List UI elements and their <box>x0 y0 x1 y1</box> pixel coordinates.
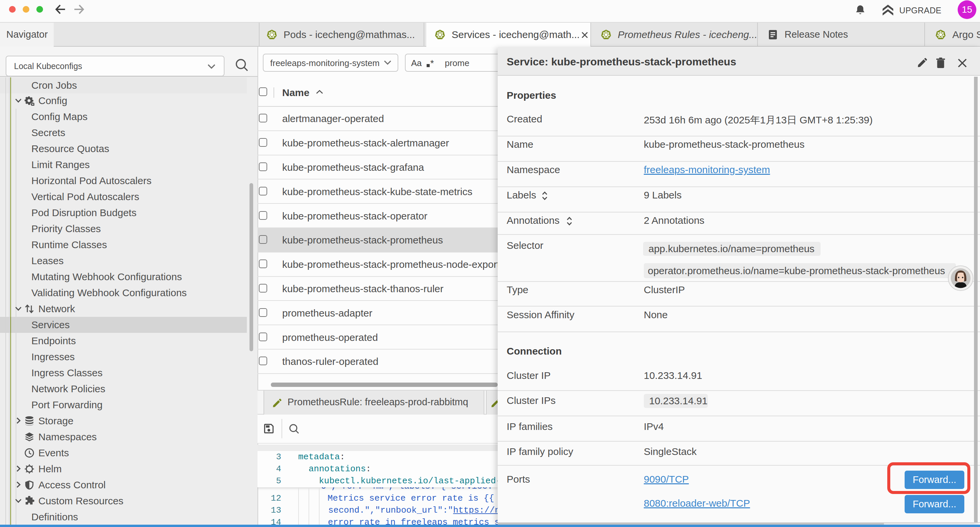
svg-text:*: * <box>430 59 434 68</box>
